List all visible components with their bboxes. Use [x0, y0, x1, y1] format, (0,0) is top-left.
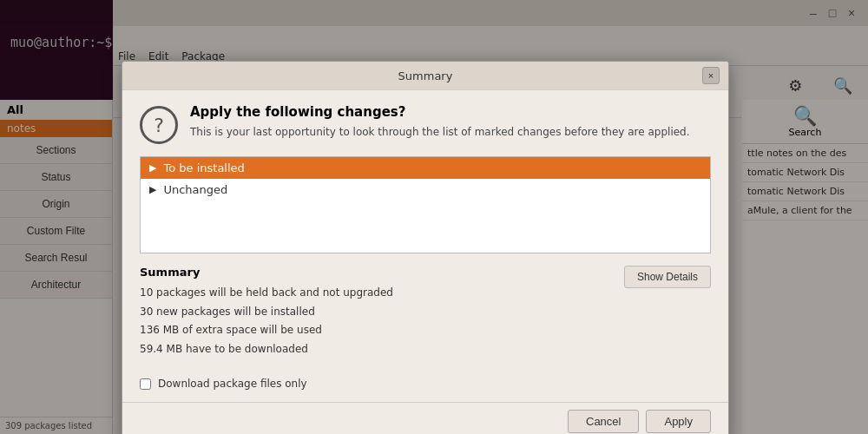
summary-dialog: Summary × ? Apply the following changes?… — [122, 61, 729, 434]
tree-item-unchanged-label: Unchanged — [163, 183, 227, 196]
apply-button[interactable]: Apply — [646, 410, 711, 433]
checkbox-row: Download package files only — [140, 378, 711, 390]
dialog-header: ? Apply the following changes? This is y… — [140, 104, 711, 144]
summary-details: 10 packages will be held back and not up… — [140, 284, 393, 358]
tree-arrow-unchanged: ▶ — [149, 184, 156, 195]
dialog-header-text: Apply the following changes? This is you… — [190, 104, 690, 140]
dialog-description: This is your last opportunity to look th… — [190, 125, 690, 140]
summary-row: Summary 10 packages will be held back an… — [140, 266, 711, 369]
tree-item-installed-label: To be installed — [163, 161, 244, 174]
question-icon: ? — [140, 106, 178, 144]
dialog-footer: Cancel Apply — [122, 402, 728, 434]
dialog-body: ? Apply the following changes? This is y… — [122, 90, 728, 402]
dialog-close-button[interactable]: × — [702, 67, 720, 84]
tree-spacer — [141, 201, 710, 253]
tree-item-to-be-installed[interactable]: ▶ To be installed — [141, 157, 710, 179]
cancel-button[interactable]: Cancel — [568, 410, 639, 433]
summary-line-1: 10 packages will be held back and not up… — [140, 284, 393, 303]
summary-line-3: 136 MB of extra space will be used — [140, 321, 393, 340]
download-only-label: Download package files only — [158, 378, 307, 390]
summary-title: Summary — [140, 266, 393, 279]
show-details-button[interactable]: Show Details — [624, 266, 711, 288]
summary-section: Summary 10 packages will be held back an… — [140, 266, 393, 358]
tree-arrow-installed: ▶ — [149, 162, 156, 174]
summary-line-2: 30 new packages will be installed — [140, 303, 393, 322]
dialog-title: Summary — [148, 69, 702, 82]
download-only-checkbox[interactable] — [140, 378, 151, 390]
package-tree-list: ▶ To be installed ▶ Unchanged — [140, 156, 711, 253]
dialog-heading: Apply the following changes? — [190, 104, 690, 120]
tree-item-unchanged[interactable]: ▶ Unchanged — [141, 179, 710, 201]
dialog-titlebar: Summary × — [122, 62, 728, 90]
summary-line-4: 59.4 MB have to be downloaded — [140, 340, 393, 359]
